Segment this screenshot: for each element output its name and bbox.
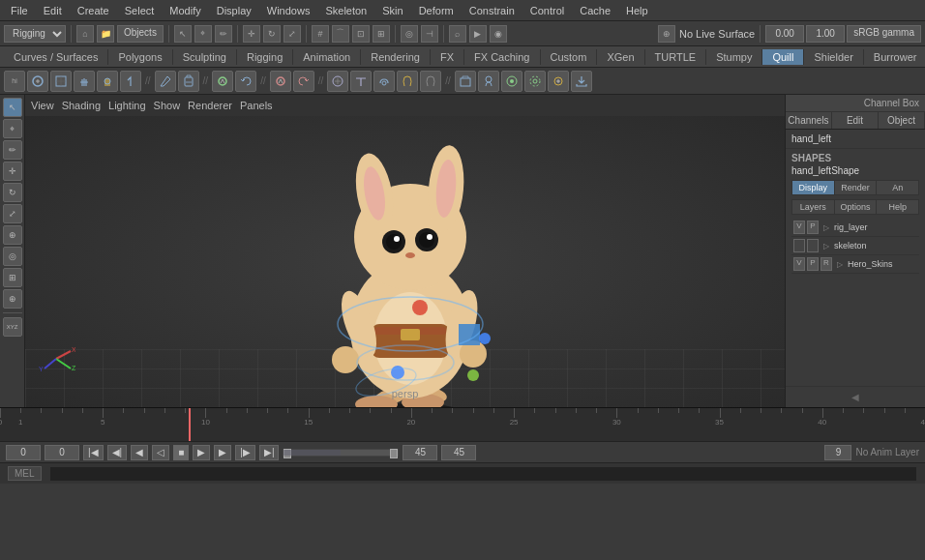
shelf-hi[interactable]: hi	[4, 71, 25, 92]
shelf-ears[interactable]	[397, 71, 418, 92]
ch-tab-channels[interactable]: Channels	[786, 112, 832, 129]
next-frame-btn[interactable]: ▶	[214, 445, 231, 460]
tab-stumpy[interactable]: Stumpy	[706, 49, 762, 65]
timeline-ruler[interactable]: 0151015202530354045	[0, 408, 925, 441]
lasso-icon[interactable]: ⌖	[194, 25, 212, 43]
rotate-tool[interactable]: ↻	[3, 183, 22, 202]
layer-v-skel[interactable]	[793, 239, 805, 252]
range-handle-right[interactable]	[390, 449, 398, 458]
shelf-sel-wfp[interactable]	[50, 71, 72, 92]
rotate-icon[interactable]: ↻	[263, 25, 281, 43]
menu-create[interactable]: Create	[71, 3, 116, 18]
sh-tab-render[interactable]: Render	[835, 181, 878, 194]
tab-burrower[interactable]: Burrower	[864, 49, 925, 65]
select-tool[interactable]: ↖	[3, 98, 22, 117]
menu-select[interactable]: Select	[118, 3, 162, 18]
layer-p-rig[interactable]: P	[807, 221, 819, 234]
viewport-canvas[interactable]: X Z Y persp	[25, 116, 785, 407]
sh-tab-an[interactable]: An	[877, 181, 918, 194]
vp-menu-show[interactable]: Show	[154, 100, 181, 111]
stop-btn[interactable]: ■	[173, 445, 189, 460]
shelf-select-ri[interactable]	[27, 71, 48, 92]
layer-p-hero[interactable]: P	[807, 257, 819, 271]
shelf-export[interactable]	[571, 71, 592, 92]
frame-display[interactable]	[824, 445, 851, 460]
shelf-reset-l[interactable]	[235, 71, 256, 92]
shelf-fingers-sel[interactable]	[97, 71, 118, 92]
shelf-fingers[interactable]	[74, 71, 95, 92]
mel-python-toggle[interactable]: MEL	[8, 466, 42, 481]
xyz-icon[interactable]: XYZ	[3, 317, 22, 337]
tab-sculpting[interactable]: Sculpting	[173, 49, 237, 65]
menu-control[interactable]: Control	[523, 3, 571, 18]
material-icon[interactable]: ◉	[490, 25, 507, 43]
frame-step[interactable]	[806, 25, 845, 43]
soft-modification[interactable]: ◎	[3, 247, 22, 266]
menu-edit[interactable]: Edit	[37, 3, 69, 18]
tab-fx-caching[interactable]: FX Caching	[464, 49, 540, 65]
snap-surface-icon[interactable]: ⊞	[373, 25, 390, 43]
tab-fx[interactable]: FX	[431, 49, 464, 65]
shelf-phyloo[interactable]	[548, 71, 569, 92]
shelf-studio[interactable]	[455, 71, 476, 92]
prev-frame-btn[interactable]: ◀	[131, 445, 148, 460]
shelf-rig-quill[interactable]	[155, 71, 176, 92]
menu-constrain[interactable]: Constrain	[462, 3, 522, 18]
menu-skin[interactable]: Skin	[375, 3, 409, 18]
menu-file[interactable]: File	[4, 3, 35, 18]
tab-curves-surfaces[interactable]: Curves / Surfaces	[4, 49, 108, 65]
shelf-trans-t[interactable]	[350, 71, 372, 92]
range-start-field[interactable]	[6, 445, 41, 460]
vp-menu-shading[interactable]: Shading	[62, 100, 101, 111]
shelf-fk-lhar[interactable]	[212, 71, 233, 92]
shelf-mr-klee[interactable]	[478, 71, 499, 92]
shelf-ears-old[interactable]	[420, 71, 441, 92]
vp-menu-lighting[interactable]: Lighting	[108, 100, 146, 111]
gamma-btn[interactable]: sRGB gamma	[847, 25, 921, 43]
folder-icon[interactable]: 📁	[97, 25, 114, 43]
shelf-trans-s[interactable]	[327, 71, 348, 92]
paint-icon[interactable]: ✏	[215, 25, 232, 43]
frame-current[interactable]	[765, 25, 804, 43]
paint-select-tool[interactable]: ✏	[3, 140, 22, 160]
scale-icon[interactable]: ⤢	[283, 25, 301, 43]
magnet-icon[interactable]: ⊕	[658, 25, 675, 43]
next-key-btn[interactable]: |▶	[235, 445, 255, 460]
snap-point-icon[interactable]: ⊡	[352, 25, 370, 43]
tab-shielder[interactable]: Shielder	[804, 49, 863, 65]
play-fwd-btn[interactable]: ▶	[193, 445, 210, 460]
current-frame-left[interactable]	[45, 445, 79, 460]
ch-tab-edit[interactable]: Edit	[832, 112, 879, 129]
move-tool[interactable]: ✛	[3, 162, 22, 181]
play-back-btn[interactable]: ◁	[152, 445, 169, 460]
menu-windows[interactable]: Windows	[260, 3, 317, 18]
shelf-backpack[interactable]	[178, 71, 199, 92]
shelf-reset-ri[interactable]	[293, 71, 314, 92]
go-end-btn[interactable]: ▶|	[259, 445, 280, 460]
go-start-btn[interactable]: |◀	[83, 445, 104, 460]
shs-tab-layers[interactable]: Layers	[792, 200, 835, 214]
universal-manip[interactable]: ⊕	[3, 225, 22, 245]
home-icon[interactable]: ⌂	[76, 25, 94, 43]
render-icon[interactable]: ▶	[469, 25, 487, 43]
shelf-fk-rhar[interactable]	[270, 71, 291, 92]
tab-rigging[interactable]: Rigging	[237, 49, 293, 65]
tab-custom[interactable]: Custom	[541, 49, 598, 65]
tab-polygons[interactable]: Polygons	[108, 49, 172, 65]
layer-p-skel[interactable]	[807, 239, 819, 252]
menu-skeleton[interactable]: Skeleton	[318, 3, 373, 18]
sh-tab-display[interactable]: Display	[792, 181, 835, 194]
menu-help[interactable]: Help	[619, 3, 655, 18]
shelf-fing[interactable]	[120, 71, 141, 92]
custom-tool[interactable]: ⊕	[3, 289, 22, 309]
tab-quill[interactable]: Quill	[762, 49, 804, 65]
tab-animation[interactable]: Animation	[293, 49, 361, 65]
current-frame-right[interactable]	[441, 445, 476, 460]
soft-select-icon[interactable]: ◎	[401, 25, 418, 43]
prev-key-btn[interactable]: ◀|	[107, 445, 128, 460]
timeline-playhead[interactable]	[189, 408, 191, 441]
viewport[interactable]: View Shading Lighting Show Renderer Pane…	[25, 95, 785, 407]
menu-modify[interactable]: Modify	[163, 3, 207, 18]
menu-display[interactable]: Display	[210, 3, 258, 18]
vp-menu-renderer[interactable]: Renderer	[188, 100, 232, 111]
